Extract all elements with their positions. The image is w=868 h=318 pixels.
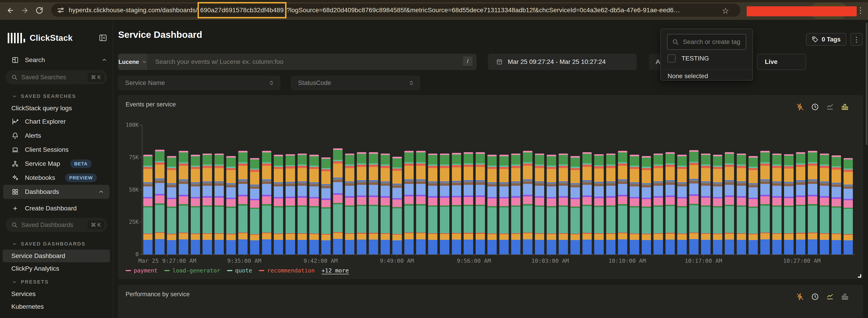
tag-option-testing[interactable]: TESTING bbox=[668, 54, 709, 62]
bar-chart-toggle-icon[interactable] bbox=[841, 293, 849, 301]
legend-item-quote[interactable]: quote bbox=[227, 267, 252, 274]
browser-url-bar[interactable]: hyperdx.clickhouse-staging.com/dashboard… bbox=[51, 4, 740, 17]
saved-searches-section-header[interactable]: SAVED SEARCHES bbox=[0, 87, 113, 102]
event-search-bar[interactable]: Lucene Search your events w/ Lucene ex. … bbox=[118, 54, 476, 70]
preset-item-kubernetes[interactable]: Kubernetes bbox=[0, 300, 113, 313]
bar-segment bbox=[369, 240, 378, 254]
stacked-bar bbox=[487, 155, 497, 254]
bar-segment bbox=[760, 180, 770, 182]
stacked-bar bbox=[250, 158, 259, 254]
tag-checkbox[interactable] bbox=[668, 54, 676, 62]
bar-segment bbox=[796, 185, 805, 196]
bar-segment bbox=[523, 196, 532, 204]
legend-item-recommendation[interactable]: recommendation bbox=[259, 267, 315, 274]
alert-disabled-icon[interactable] bbox=[796, 103, 804, 111]
alert-disabled-icon[interactable] bbox=[796, 293, 804, 301]
bar-segment bbox=[808, 152, 817, 162]
saved-dashboard-item-service-dashboard[interactable]: Service Dashboard bbox=[3, 250, 110, 262]
bar-segment bbox=[333, 233, 342, 239]
bar-segment bbox=[191, 186, 200, 197]
sidebar-item-alerts[interactable]: Alerts bbox=[0, 128, 113, 143]
axis-tick-label: 10:27:00 AM bbox=[783, 258, 821, 264]
tags-button[interactable]: 0 Tags bbox=[806, 33, 846, 46]
status-code-filter[interactable]: StatusCode bbox=[291, 76, 420, 90]
bar-segment bbox=[440, 196, 449, 198]
sidebar-item-client-sessions[interactable]: Client Sessions bbox=[0, 143, 113, 157]
bar-segment bbox=[665, 196, 675, 197]
bar-segment bbox=[677, 207, 686, 233]
sidebar-item-search[interactable]: Search bbox=[0, 53, 113, 67]
bar-segment bbox=[820, 168, 829, 181]
bar-segment bbox=[416, 206, 425, 233]
stacked-bar bbox=[476, 152, 485, 254]
saved-searches-placeholder: Saved Searches bbox=[21, 74, 84, 81]
sidebar-item-service-map[interactable]: Service Map BETA bbox=[0, 157, 113, 171]
presets-section-header[interactable]: PRESETS bbox=[0, 275, 113, 288]
bar-segment bbox=[143, 155, 153, 156]
chevron-up-icon[interactable] bbox=[101, 57, 107, 63]
legend-item-load-generator[interactable]: load-generator bbox=[164, 267, 220, 274]
bar-segment bbox=[523, 182, 532, 184]
bar-segment bbox=[547, 207, 556, 233]
browser-reload-button[interactable] bbox=[34, 5, 45, 16]
legend-more-link[interactable]: +12 more bbox=[321, 267, 349, 274]
bar-segment bbox=[653, 207, 663, 233]
stacked-bar bbox=[404, 151, 414, 254]
bar-segment bbox=[559, 198, 568, 205]
chevron-up-icon[interactable] bbox=[98, 189, 104, 195]
bar-segment bbox=[630, 234, 639, 240]
bar-segment bbox=[226, 184, 236, 185]
bar-segment bbox=[535, 155, 544, 165]
site-info-icon[interactable] bbox=[57, 6, 65, 14]
bar-segment bbox=[559, 183, 568, 185]
tag-search-input[interactable]: Search or create tag bbox=[667, 34, 746, 50]
panel-resize-handle[interactable] bbox=[858, 274, 861, 278]
browser-back-button[interactable] bbox=[5, 5, 16, 16]
browser-forward-button[interactable] bbox=[20, 5, 30, 16]
search-input[interactable]: Search your events w/ Lucene ex. column:… bbox=[147, 58, 463, 65]
bar-segment bbox=[226, 240, 236, 254]
bar-segment bbox=[677, 183, 686, 184]
sidebar-item-chart-explorer[interactable]: Chart Explorer bbox=[0, 115, 113, 128]
bar-segment bbox=[499, 186, 509, 197]
service-name-filter[interactable]: Service Name bbox=[118, 76, 280, 90]
chart-plot-area[interactable]: 100K75K50K25K0 Mar 25 9:27:00 AM9:35:00 … bbox=[142, 125, 855, 255]
bar-segment bbox=[155, 233, 164, 239]
legend-item-payment[interactable]: payment bbox=[126, 267, 157, 274]
bar-segment bbox=[665, 181, 675, 183]
bar-segment bbox=[618, 152, 627, 162]
bar-segment bbox=[832, 208, 841, 233]
page-scrollbar-thumb[interactable] bbox=[866, 23, 868, 145]
browser-menu-icon[interactable]: ⋮ bbox=[857, 4, 864, 16]
sidebar-collapse-icon[interactable] bbox=[99, 33, 107, 42]
bar-segment bbox=[499, 156, 509, 166]
saved-searches-input[interactable]: Saved Searches ⌘ K bbox=[5, 70, 107, 84]
sidebar-item-dashboards[interactable]: Dashboards bbox=[3, 185, 110, 199]
bar-segment bbox=[784, 184, 793, 186]
saved-dashboard-item-clickpy-analytics[interactable]: ClickPy Analytics bbox=[0, 262, 113, 275]
bar-segment bbox=[796, 196, 805, 197]
line-chart-toggle-icon[interactable] bbox=[826, 293, 834, 301]
live-tail-button[interactable]: Live bbox=[757, 54, 806, 70]
time-range-picker[interactable]: Mar 25 09:27:24 - Mar 25 10:27:24 bbox=[488, 54, 637, 70]
time-settings-icon[interactable] bbox=[811, 103, 819, 111]
bar-chart-toggle-icon[interactable] bbox=[841, 103, 849, 111]
create-dashboard-button[interactable]: + Create Dashboard bbox=[0, 202, 113, 215]
query-language-selector[interactable]: Lucene bbox=[118, 54, 147, 70]
line-chart-toggle-icon[interactable] bbox=[826, 103, 834, 111]
bar-segment bbox=[535, 183, 544, 185]
bar-segment bbox=[570, 199, 580, 207]
bar-segment bbox=[808, 182, 817, 184]
time-settings-icon[interactable] bbox=[811, 293, 819, 301]
saved-dashboards-input[interactable]: Saved Dashboards ⌘ K bbox=[5, 218, 107, 232]
saved-search-item-clickstack-query-logs[interactable]: ClickStack query logs bbox=[0, 102, 113, 115]
chevron-down-icon bbox=[142, 59, 147, 64]
bookmark-star-icon[interactable]: ☆ bbox=[722, 6, 729, 16]
saved-dashboards-section-header[interactable]: SAVED DASHBOARDS bbox=[0, 235, 113, 250]
bar-segment bbox=[559, 240, 568, 255]
bar-segment bbox=[333, 204, 342, 232]
dashboard-menu-button[interactable]: ⋮ bbox=[850, 33, 863, 46]
sidebar-item-notebooks[interactable]: Notebooks PREVIEW bbox=[0, 171, 113, 185]
bar-segment bbox=[452, 234, 461, 240]
preset-item-services[interactable]: Services bbox=[0, 288, 113, 300]
